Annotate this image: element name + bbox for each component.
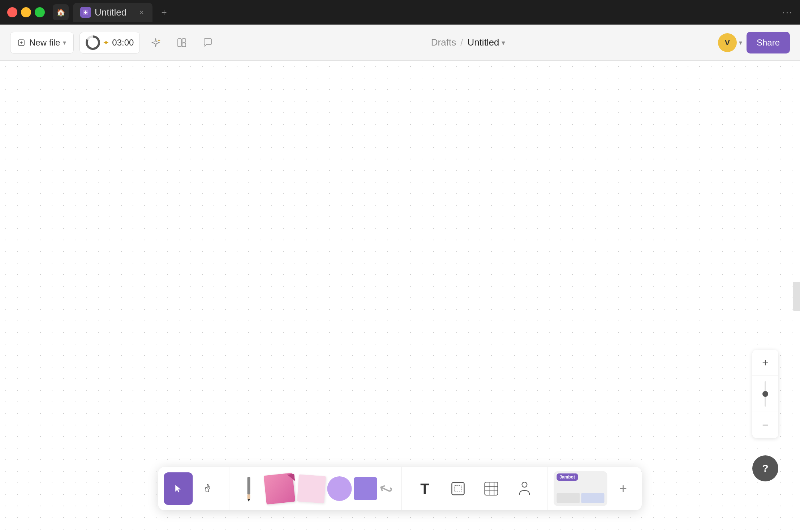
add-tab-button[interactable]: + bbox=[157, 5, 171, 20]
ai-sparkle-button[interactable] bbox=[146, 33, 166, 53]
traffic-lights bbox=[7, 7, 45, 17]
svg-rect-3 bbox=[182, 39, 186, 42]
template-thumbnail[interactable]: Jambot bbox=[554, 471, 607, 506]
canvas-background bbox=[0, 61, 800, 532]
current-tab[interactable]: Untitled ✕ bbox=[73, 3, 152, 22]
minimize-button[interactable] bbox=[21, 7, 31, 17]
titlebar: 🏠 Untitled ✕ + ··· bbox=[0, 0, 800, 25]
select-tool-button[interactable] bbox=[164, 472, 193, 505]
bottom-toolbar: ↩ T bbox=[158, 467, 642, 510]
timer-button[interactable]: ✦ 03:00 bbox=[79, 32, 140, 53]
svg-rect-6 bbox=[248, 494, 250, 499]
right-panel-handle[interactable] bbox=[793, 282, 800, 311]
sticker-pink-note bbox=[263, 472, 296, 505]
frame-tool-button[interactable] bbox=[442, 472, 474, 505]
zoom-out-button[interactable]: − bbox=[752, 412, 778, 438]
text-tool-button[interactable]: T bbox=[409, 472, 441, 505]
drawing-tools-section: ↩ bbox=[229, 467, 401, 510]
new-file-chevron: ▾ bbox=[63, 39, 66, 47]
new-file-button[interactable]: New file ▾ bbox=[10, 32, 74, 53]
breadcrumb: Drafts / Untitled ▾ bbox=[431, 37, 505, 48]
zoom-slider-thumb bbox=[762, 391, 768, 397]
layout-button[interactable] bbox=[172, 33, 192, 53]
zoom-slider-track bbox=[765, 381, 766, 407]
text-icon: T bbox=[420, 481, 429, 496]
zoom-controls: + − bbox=[752, 350, 778, 438]
avatar-chevron-icon: ▾ bbox=[739, 39, 742, 47]
new-file-label: New file bbox=[29, 38, 60, 48]
sticker-rect bbox=[354, 477, 377, 500]
help-button[interactable]: ? bbox=[752, 455, 778, 481]
svg-point-15 bbox=[522, 482, 527, 487]
breadcrumb-separator: / bbox=[460, 37, 463, 48]
breadcrumb-chevron-icon: ▾ bbox=[502, 38, 505, 47]
templates-section: Jambot + bbox=[548, 467, 642, 510]
insert-tools-section: T bbox=[401, 467, 548, 510]
breadcrumb-drafts: Drafts bbox=[431, 37, 456, 48]
maximize-button[interactable] bbox=[35, 7, 45, 17]
stickers-preview[interactable]: ↩ bbox=[263, 472, 393, 505]
pencil-tool-button[interactable] bbox=[238, 472, 260, 505]
timer-circle bbox=[86, 35, 100, 50]
tab-icon bbox=[80, 7, 91, 18]
table-tool-button[interactable] bbox=[476, 472, 507, 505]
avatar: V bbox=[718, 33, 737, 52]
share-button[interactable]: Share bbox=[747, 32, 790, 53]
add-template-button[interactable]: + bbox=[610, 472, 636, 505]
breadcrumb-current[interactable]: Untitled ▾ bbox=[467, 37, 505, 48]
svg-rect-10 bbox=[485, 482, 498, 495]
more-menu-button[interactable]: ··· bbox=[782, 7, 793, 18]
hand-tool-button[interactable] bbox=[194, 472, 223, 505]
svg-rect-5 bbox=[248, 477, 250, 494]
sticker-circle bbox=[327, 476, 352, 501]
canvas-area[interactable]: + − ? bbox=[0, 61, 800, 532]
close-button[interactable] bbox=[7, 7, 17, 17]
timer-display: 03:00 bbox=[112, 38, 134, 48]
template-figure-button[interactable] bbox=[509, 472, 541, 505]
svg-rect-9 bbox=[455, 485, 461, 492]
avatar-dropdown[interactable]: V ▾ bbox=[718, 33, 742, 52]
sticker-light-pink bbox=[297, 474, 326, 503]
svg-rect-2 bbox=[178, 39, 181, 47]
svg-rect-8 bbox=[452, 482, 464, 495]
selection-tools-section bbox=[158, 467, 229, 510]
tab-title: Untitled bbox=[95, 7, 126, 18]
breadcrumb-current-text: Untitled bbox=[467, 37, 499, 48]
svg-rect-4 bbox=[182, 43, 186, 47]
sticker-arrow-icon: ↩ bbox=[376, 477, 396, 500]
home-button[interactable]: 🏠 bbox=[53, 4, 69, 20]
svg-marker-7 bbox=[248, 499, 250, 502]
timer-star-icon: ✦ bbox=[103, 38, 109, 47]
zoom-slider[interactable] bbox=[752, 376, 778, 412]
comment-button[interactable] bbox=[198, 33, 218, 53]
tab-close-button[interactable]: ✕ bbox=[137, 8, 145, 16]
toolbar: New file ▾ ✦ 03:00 bbox=[0, 25, 800, 61]
zoom-in-button[interactable]: + bbox=[752, 350, 778, 376]
